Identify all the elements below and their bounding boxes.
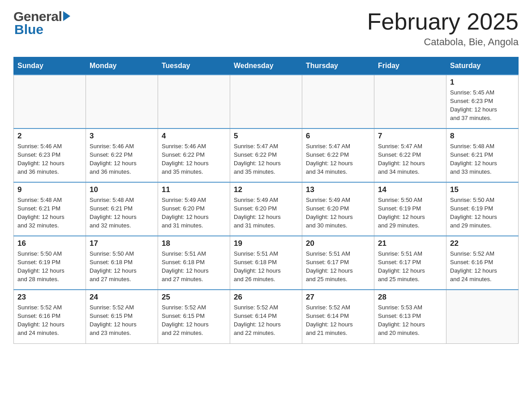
month-title: February 2025 — [367, 9, 519, 34]
day-number: 14 — [378, 185, 442, 194]
calendar-cell: 14Sunrise: 5:50 AM Sunset: 6:19 PM Dayli… — [374, 182, 446, 236]
day-number: 24 — [90, 293, 154, 302]
day-info: Sunrise: 5:47 AM Sunset: 6:22 PM Dayligh… — [378, 142, 442, 176]
day-number: 18 — [162, 239, 226, 248]
day-number: 4 — [162, 132, 226, 141]
calendar-cell — [158, 75, 230, 128]
day-number: 19 — [234, 239, 298, 248]
calendar-body: 1Sunrise: 5:45 AM Sunset: 6:23 PM Daylig… — [14, 75, 519, 343]
calendar-cell: 21Sunrise: 5:51 AM Sunset: 6:17 PM Dayli… — [374, 236, 446, 290]
calendar-cell: 28Sunrise: 5:53 AM Sunset: 6:13 PM Dayli… — [374, 290, 446, 343]
day-info: Sunrise: 5:46 AM Sunset: 6:22 PM Dayligh… — [90, 142, 154, 176]
calendar-week-2: 9Sunrise: 5:48 AM Sunset: 6:21 PM Daylig… — [14, 182, 519, 236]
column-header-monday: Monday — [86, 57, 158, 75]
calendar-cell — [446, 290, 519, 343]
calendar-cell: 23Sunrise: 5:52 AM Sunset: 6:16 PM Dayli… — [14, 290, 86, 343]
logo-blue-text: Blue — [13, 22, 70, 37]
day-number: 16 — [17, 239, 82, 248]
column-header-thursday: Thursday — [302, 57, 374, 75]
day-number: 23 — [17, 293, 82, 302]
column-header-tuesday: Tuesday — [158, 57, 230, 75]
calendar-cell — [230, 75, 302, 128]
calendar-cell: 22Sunrise: 5:52 AM Sunset: 6:16 PM Dayli… — [446, 236, 519, 290]
day-info: Sunrise: 5:52 AM Sunset: 6:14 PM Dayligh… — [306, 304, 370, 337]
calendar-cell: 2Sunrise: 5:46 AM Sunset: 6:23 PM Daylig… — [14, 128, 86, 182]
calendar-cell: 7Sunrise: 5:47 AM Sunset: 6:22 PM Daylig… — [374, 128, 446, 182]
day-number: 22 — [450, 239, 515, 248]
day-number: 15 — [450, 185, 515, 194]
day-number: 7 — [378, 132, 442, 141]
day-info: Sunrise: 5:51 AM Sunset: 6:17 PM Dayligh… — [306, 250, 370, 283]
calendar-cell: 3Sunrise: 5:46 AM Sunset: 6:22 PM Daylig… — [86, 128, 158, 182]
day-number: 12 — [234, 185, 298, 194]
calendar-cell: 26Sunrise: 5:52 AM Sunset: 6:14 PM Dayli… — [230, 290, 302, 343]
page-header: General Blue February 2025 Catabola, Bie… — [13, 9, 519, 48]
day-info: Sunrise: 5:45 AM Sunset: 6:23 PM Dayligh… — [450, 89, 515, 122]
calendar-week-1: 2Sunrise: 5:46 AM Sunset: 6:23 PM Daylig… — [14, 128, 519, 182]
day-info: Sunrise: 5:50 AM Sunset: 6:19 PM Dayligh… — [17, 250, 82, 283]
day-info: Sunrise: 5:48 AM Sunset: 6:21 PM Dayligh… — [90, 196, 154, 230]
location-subtitle: Catabola, Bie, Angola — [367, 36, 519, 48]
day-number: 25 — [162, 293, 226, 302]
day-info: Sunrise: 5:52 AM Sunset: 6:14 PM Dayligh… — [234, 304, 298, 337]
calendar-cell: 16Sunrise: 5:50 AM Sunset: 6:19 PM Dayli… — [14, 236, 86, 290]
calendar-cell: 20Sunrise: 5:51 AM Sunset: 6:17 PM Dayli… — [302, 236, 374, 290]
calendar-week-0: 1Sunrise: 5:45 AM Sunset: 6:23 PM Daylig… — [14, 75, 519, 128]
day-number: 26 — [234, 293, 298, 302]
calendar-cell: 5Sunrise: 5:47 AM Sunset: 6:22 PM Daylig… — [230, 128, 302, 182]
day-info: Sunrise: 5:52 AM Sunset: 6:15 PM Dayligh… — [162, 304, 226, 337]
day-info: Sunrise: 5:53 AM Sunset: 6:13 PM Dayligh… — [378, 304, 442, 337]
day-info: Sunrise: 5:50 AM Sunset: 6:18 PM Dayligh… — [90, 250, 154, 283]
day-number: 20 — [306, 239, 370, 248]
day-info: Sunrise: 5:46 AM Sunset: 6:23 PM Dayligh… — [17, 142, 82, 176]
day-number: 2 — [17, 132, 82, 141]
calendar-cell: 25Sunrise: 5:52 AM Sunset: 6:15 PM Dayli… — [158, 290, 230, 343]
day-info: Sunrise: 5:46 AM Sunset: 6:22 PM Dayligh… — [162, 142, 226, 176]
calendar-cell: 19Sunrise: 5:51 AM Sunset: 6:18 PM Dayli… — [230, 236, 302, 290]
day-number: 17 — [90, 239, 154, 248]
calendar-cell: 17Sunrise: 5:50 AM Sunset: 6:18 PM Dayli… — [86, 236, 158, 290]
calendar-cell: 8Sunrise: 5:48 AM Sunset: 6:21 PM Daylig… — [446, 128, 519, 182]
day-number: 3 — [90, 132, 154, 141]
day-info: Sunrise: 5:51 AM Sunset: 6:18 PM Dayligh… — [162, 250, 226, 283]
calendar-cell — [374, 75, 446, 128]
calendar-cell: 27Sunrise: 5:52 AM Sunset: 6:14 PM Dayli… — [302, 290, 374, 343]
day-number: 8 — [450, 132, 515, 141]
calendar-cell: 11Sunrise: 5:49 AM Sunset: 6:20 PM Dayli… — [158, 182, 230, 236]
calendar-cell: 15Sunrise: 5:50 AM Sunset: 6:19 PM Dayli… — [446, 182, 519, 236]
calendar-cell — [302, 75, 374, 128]
column-header-wednesday: Wednesday — [230, 57, 302, 75]
calendar-week-4: 23Sunrise: 5:52 AM Sunset: 6:16 PM Dayli… — [14, 290, 519, 343]
calendar-cell: 12Sunrise: 5:49 AM Sunset: 6:20 PM Dayli… — [230, 182, 302, 236]
day-number: 27 — [306, 293, 370, 302]
title-block: February 2025 Catabola, Bie, Angola — [367, 9, 519, 48]
calendar-cell: 1Sunrise: 5:45 AM Sunset: 6:23 PM Daylig… — [446, 75, 519, 128]
day-number: 28 — [378, 293, 442, 302]
calendar-week-3: 16Sunrise: 5:50 AM Sunset: 6:19 PM Dayli… — [14, 236, 519, 290]
calendar-header: SundayMondayTuesdayWednesdayThursdayFrid… — [14, 57, 519, 75]
column-header-friday: Friday — [374, 57, 446, 75]
calendar-table: SundayMondayTuesdayWednesdayThursdayFrid… — [13, 57, 519, 344]
day-info: Sunrise: 5:51 AM Sunset: 6:18 PM Dayligh… — [234, 250, 298, 283]
day-info: Sunrise: 5:47 AM Sunset: 6:22 PM Dayligh… — [306, 142, 370, 176]
day-number: 11 — [162, 185, 226, 194]
day-info: Sunrise: 5:52 AM Sunset: 6:16 PM Dayligh… — [450, 250, 515, 283]
column-header-sunday: Sunday — [14, 57, 86, 75]
day-number: 21 — [378, 239, 442, 248]
day-info: Sunrise: 5:52 AM Sunset: 6:15 PM Dayligh… — [90, 304, 154, 337]
day-info: Sunrise: 5:50 AM Sunset: 6:19 PM Dayligh… — [450, 196, 515, 230]
calendar-cell: 10Sunrise: 5:48 AM Sunset: 6:21 PM Dayli… — [86, 182, 158, 236]
day-number: 13 — [306, 185, 370, 194]
day-number: 9 — [17, 185, 82, 194]
calendar-cell — [86, 75, 158, 128]
day-number: 1 — [450, 78, 515, 87]
logo: General Blue — [13, 9, 70, 37]
day-info: Sunrise: 5:48 AM Sunset: 6:21 PM Dayligh… — [450, 142, 515, 176]
calendar-cell: 13Sunrise: 5:49 AM Sunset: 6:20 PM Dayli… — [302, 182, 374, 236]
day-number: 5 — [234, 132, 298, 141]
calendar-cell: 9Sunrise: 5:48 AM Sunset: 6:21 PM Daylig… — [14, 182, 86, 236]
day-info: Sunrise: 5:48 AM Sunset: 6:21 PM Dayligh… — [17, 196, 82, 230]
calendar-cell: 24Sunrise: 5:52 AM Sunset: 6:15 PM Dayli… — [86, 290, 158, 343]
day-info: Sunrise: 5:50 AM Sunset: 6:19 PM Dayligh… — [378, 196, 442, 230]
column-header-saturday: Saturday — [446, 57, 519, 75]
